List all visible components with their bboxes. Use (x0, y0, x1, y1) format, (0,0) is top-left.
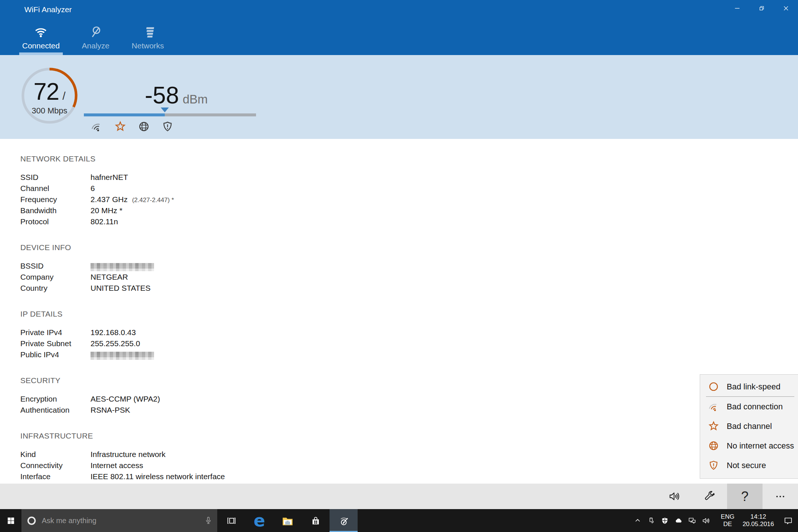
legend-label: Not secure (727, 461, 766, 470)
section-title: SECURITY (20, 376, 798, 385)
detail-label: SSID (20, 173, 91, 182)
redacted-value (91, 352, 154, 360)
star-icon (707, 421, 719, 432)
tab-networks[interactable]: Networks (129, 25, 167, 55)
detail-value: 192.168.0.43 (91, 328, 136, 337)
clock[interactable]: 14:12 20.05.2016 (743, 513, 774, 528)
taskbar: e ENG DE 14:12 20.05.2016 (0, 509, 798, 532)
detail-row: Private Subnet255.255.255.0 (20, 339, 798, 350)
wifi-analyzer-app-button[interactable] (330, 509, 358, 532)
more-button[interactable] (763, 484, 798, 509)
link-speed-gauge: 72/ 300 Mbps (21, 67, 78, 125)
detail-label: Interface (20, 472, 91, 481)
detail-label: Company (20, 273, 91, 282)
tab-analyze[interactable]: Analyze (79, 25, 113, 55)
detail-row: Bandwidth20 MHz * (20, 206, 798, 217)
detail-value: 6 (91, 184, 95, 193)
connection-quality-icon (91, 121, 102, 132)
slider-track (84, 113, 256, 116)
legend-label: No internet access (727, 441, 794, 451)
detail-row: SSIDhafnerNET (20, 173, 798, 184)
task-view-button[interactable] (217, 509, 245, 532)
channel-quality-icon (115, 121, 126, 132)
volume-button[interactable] (656, 484, 692, 509)
detail-row: CountryUNITED STATES (20, 284, 798, 295)
system-tray: ENG DE 14:12 20.05.2016 (631, 509, 798, 532)
help-button[interactable]: ? (727, 484, 763, 509)
search-box[interactable] (21, 509, 217, 532)
signal-strength-slider[interactable] (84, 113, 256, 116)
tray-volume-icon[interactable] (699, 517, 713, 525)
window-title: WiFi Analyzer (24, 5, 72, 14)
language-indicator[interactable]: ENG DE (721, 513, 734, 528)
edge-app-button[interactable]: e (245, 509, 273, 532)
tray-defender-icon[interactable] (658, 517, 672, 525)
link-speed-value: 72/ (21, 78, 78, 105)
store-app-button[interactable] (301, 509, 330, 532)
language-secondary: DE (721, 521, 734, 528)
section-network-details: NETWORK DETAILSSSIDhafnerNETChannel6Freq… (20, 154, 798, 228)
detail-label: Protocol (20, 217, 91, 226)
minimize-button[interactable] (725, 0, 749, 16)
tray-chevron-up-icon[interactable] (631, 517, 644, 524)
shield-alert-icon (707, 460, 719, 471)
maximize-button[interactable] (749, 0, 774, 16)
legend-flyout: Bad link-speedBad connectionBad channelN… (700, 374, 798, 479)
slider-marker-icon[interactable] (161, 108, 169, 112)
signal-strength-value: -58 dBm (145, 82, 208, 109)
detail-value: IEEE 802.11 wireless network interface (91, 472, 225, 481)
connection-overview: 72/ 300 Mbps -58 dBm (0, 55, 798, 139)
section-device-info: DEVICE INFOBSSIDCompanyNETGEARCountryUNI… (20, 243, 798, 295)
section-ip-details: IP DETAILSPrivate IPv4192.168.0.43Privat… (20, 310, 798, 361)
section-title: DEVICE INFO (20, 243, 798, 252)
detail-label: Bandwidth (20, 206, 91, 215)
detail-label: Channel (20, 184, 91, 193)
link-speed-max: 300 Mbps (21, 106, 78, 116)
start-button[interactable] (0, 509, 21, 532)
internet-access-icon (138, 121, 150, 132)
section-infrastructure: INFRASTRUCTUREKindInfrastructure network… (20, 432, 798, 483)
detail-note: (2.427-2.447) * (132, 197, 174, 204)
detail-row: Channel6 (20, 184, 798, 195)
close-button[interactable] (774, 0, 798, 16)
wifi-analyzer-window: WiFi Analyzer ConnectedAnalyzeNetworks 7… (0, 0, 798, 532)
tray-onedrive-icon[interactable] (672, 517, 685, 525)
detail-value: UNITED STATES (91, 284, 151, 293)
cortana-icon (27, 516, 37, 526)
detail-label: Connectivity (20, 461, 91, 470)
tray-usb-icon[interactable] (644, 517, 658, 525)
edge-logo: e (253, 512, 265, 529)
detail-row: InterfaceIEEE 802.11 wireless network in… (20, 472, 798, 483)
window-controls (725, 0, 798, 16)
microphone-icon[interactable] (204, 516, 213, 525)
detail-row: Public IPv4 (20, 350, 798, 361)
tab-label: Connected (22, 41, 60, 50)
analyze-icon (89, 25, 102, 38)
section-title: NETWORK DETAILS (20, 154, 798, 163)
detail-row: Frequency2.437 GHz(2.427-2.447) * (20, 195, 798, 206)
clock-time: 14:12 (743, 513, 774, 521)
detail-row: Private IPv4192.168.0.43 (20, 328, 798, 339)
legend-bad-link-speed: Bad link-speed (700, 377, 798, 396)
legend-label: Bad channel (727, 422, 772, 431)
detail-value: AES-CCMP (WPA2) (91, 395, 160, 403)
detail-row: KindInfrastructure network (20, 450, 798, 461)
legend-bad-channel: Bad channel (700, 416, 798, 436)
tray-icon-group (631, 517, 713, 525)
action-center-button[interactable] (784, 516, 793, 525)
tab-label: Analyze (82, 41, 110, 50)
command-bar: ? (0, 484, 798, 509)
tray-network-icon[interactable] (685, 517, 699, 525)
detail-value: NETGEAR (91, 273, 128, 282)
search-input[interactable] (41, 516, 204, 525)
settings-wrench-button[interactable] (692, 484, 727, 509)
legend-label: Bad connection (727, 402, 783, 412)
detail-row: AuthenticationRSNA-PSK (20, 406, 798, 417)
help-icon: ? (741, 489, 748, 504)
detail-value: RSNA-PSK (91, 406, 130, 415)
tab-connected[interactable]: Connected (19, 25, 63, 55)
detail-label: Frequency (20, 195, 91, 204)
tab-bar: ConnectedAnalyzeNetworks (19, 25, 167, 55)
file-explorer-app-button[interactable] (273, 509, 301, 532)
detail-label: Public IPv4 (20, 350, 91, 359)
